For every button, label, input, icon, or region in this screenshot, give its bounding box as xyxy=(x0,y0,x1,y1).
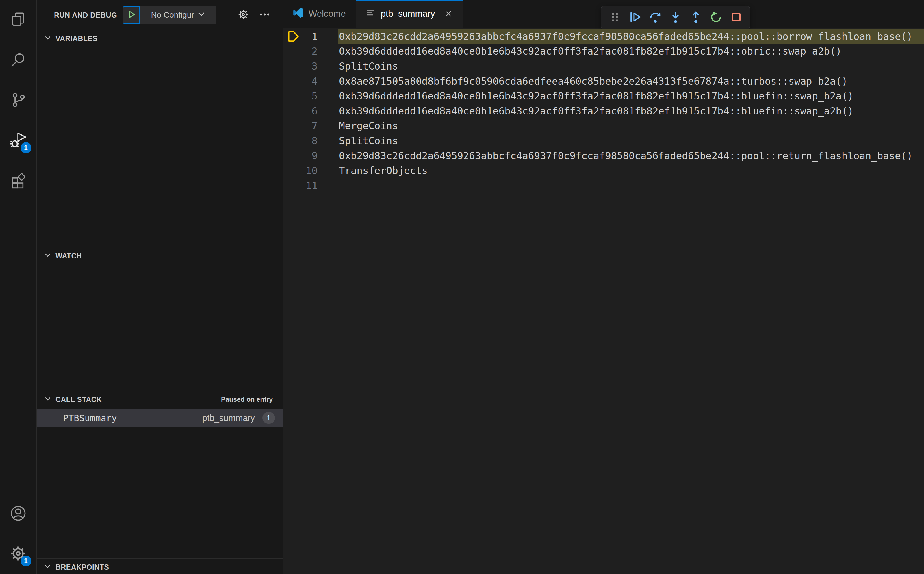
code-line[interactable]: 3SplitCoins xyxy=(283,59,924,74)
activity-item-accounts[interactable] xyxy=(0,494,37,534)
call-stack-pane-title: CALL STACK xyxy=(55,395,102,404)
code-text: 0x8ae871505a80d8bf6bf9c05906cda6edfeea46… xyxy=(339,76,847,87)
call-stack-pane-header[interactable]: CALL STACK Paused on entry xyxy=(37,391,283,408)
file-lines-icon xyxy=(366,8,376,20)
debug-configuration-dropdown[interactable]: No Configur xyxy=(140,6,216,24)
gutter-spacer xyxy=(286,89,300,103)
line-content[interactable]: 0x8ae871505a80d8bf6bf9c05906cda6edfeea46… xyxy=(338,74,924,89)
line-gutter[interactable]: 3 xyxy=(283,59,338,74)
line-number: 7 xyxy=(312,120,338,131)
continue-icon xyxy=(628,10,642,25)
run-and-debug-sidebar: RUN AND DEBUG No Configur xyxy=(37,0,283,574)
line-content[interactable]: MergeCoins xyxy=(338,118,924,134)
views-more-actions-button[interactable] xyxy=(258,9,271,21)
variables-pane-header[interactable]: VARIABLES xyxy=(37,30,283,47)
code-line[interactable]: 50xb39d6dddedd16ed8a40ce0b1e6b43c92acf0f… xyxy=(283,88,924,104)
line-content[interactable]: 0xb39d6dddedd16ed8a40ce0b1e6b43c92acf0ff… xyxy=(338,88,924,104)
step-over-icon xyxy=(649,10,662,25)
code-line[interactable]: 10TransferObjects xyxy=(283,163,924,178)
call-stack-frames: PTBSummaryptb_summary1 xyxy=(37,409,283,427)
line-gutter[interactable]: 8 xyxy=(283,133,338,148)
call-stack-status: Paused on entry xyxy=(221,396,273,404)
code-text: 0xb39d6dddedd16ed8a40ce0b1e6b43c92acf0ff… xyxy=(339,46,842,57)
line-gutter[interactable]: 1 xyxy=(283,29,338,44)
source-control-icon xyxy=(10,91,27,110)
code-line[interactable]: 90xb29d83c26cdd2a64959263abbcfc4a6937f0c… xyxy=(283,148,924,163)
variables-pane: VARIABLES xyxy=(37,30,283,247)
tab-welcome[interactable]: Welcome xyxy=(283,0,356,28)
line-content[interactable]: 0xb29d83c26cdd2a64959263abbcfc4a6937f0c9… xyxy=(338,148,924,163)
tab-label: Welcome xyxy=(309,9,346,19)
start-debugging-button[interactable] xyxy=(123,6,140,24)
activity-item-settings[interactable]: 1 xyxy=(0,534,37,574)
chevron-down-icon xyxy=(44,395,52,404)
line-gutter[interactable]: 4 xyxy=(283,74,338,89)
vscode-window: 1 xyxy=(0,0,924,574)
debug-continue-button[interactable] xyxy=(626,9,644,27)
frame-line-badge: 1 xyxy=(262,412,275,424)
line-content[interactable]: SplitCoins xyxy=(338,133,924,148)
tab-ptb-summary[interactable]: ptb_summary xyxy=(356,0,463,28)
line-content[interactable]: TransferObjects xyxy=(338,163,924,178)
code-text: 0xb39d6dddedd16ed8a40ce0b1e6b43c92acf0ff… xyxy=(339,105,853,117)
debug-toolbar-drag-handle[interactable] xyxy=(606,9,624,27)
code-line[interactable]: 8SplitCoins xyxy=(283,133,924,148)
gutter-spacer xyxy=(286,164,300,177)
line-content[interactable] xyxy=(338,178,924,193)
breakpoints-pane-title: BREAKPOINTS xyxy=(55,563,109,571)
variables-pane-title: VARIABLES xyxy=(55,35,98,43)
step-into-icon xyxy=(669,10,682,25)
line-content[interactable]: 0xb39d6dddedd16ed8a40ce0b1e6b43c92acf0ff… xyxy=(338,44,924,59)
sidebar-header: RUN AND DEBUG No Configur xyxy=(37,0,283,30)
debug-step-out-button[interactable] xyxy=(687,9,705,27)
watch-pane-header[interactable]: WATCH xyxy=(37,248,283,264)
activity-item-extensions[interactable] xyxy=(0,161,37,201)
code-line[interactable]: 7MergeCoins xyxy=(283,118,924,134)
editor-group: Welcome ptb_summary xyxy=(283,0,924,574)
stop-icon xyxy=(730,10,743,25)
line-number: 8 xyxy=(312,135,338,147)
line-gutter[interactable]: 2 xyxy=(283,44,338,59)
watch-pane-title: WATCH xyxy=(55,252,82,260)
code-line[interactable]: 60xb39d6dddedd16ed8a40ce0b1e6b43c92acf0f… xyxy=(283,104,924,118)
settings-badge: 1 xyxy=(20,555,31,566)
line-gutter[interactable]: 10 xyxy=(283,163,338,178)
line-gutter[interactable]: 6 xyxy=(283,104,338,118)
activity-item-run-and-debug[interactable]: 1 xyxy=(0,120,37,161)
vscode-logo-icon xyxy=(293,8,303,20)
run-config-control: No Configur xyxy=(123,6,216,24)
line-gutter[interactable]: 11 xyxy=(283,178,338,193)
line-number: 2 xyxy=(312,46,338,57)
activity-item-source-control[interactable] xyxy=(0,80,37,120)
line-number: 3 xyxy=(312,60,338,72)
activity-item-explorer[interactable] xyxy=(0,0,37,40)
activity-item-search[interactable] xyxy=(0,40,37,80)
line-gutter[interactable]: 9 xyxy=(283,148,338,163)
line-number: 4 xyxy=(312,76,338,87)
debug-restart-button[interactable] xyxy=(707,9,725,27)
line-content[interactable]: 0xb39d6dddedd16ed8a40ce0b1e6b43c92acf0ff… xyxy=(338,104,924,118)
code-line[interactable]: 20xb39d6dddedd16ed8a40ce0b1e6b43c92acf0f… xyxy=(283,44,924,59)
breakpoints-pane-header[interactable]: BREAKPOINTS xyxy=(37,559,283,574)
code-line[interactable]: 11 xyxy=(283,178,924,193)
code-line[interactable]: 10xb29d83c26cdd2a64959263abbcfc4a6937f0c… xyxy=(283,29,924,44)
gutter-spacer xyxy=(286,179,300,192)
breakpoints-pane: BREAKPOINTS xyxy=(37,558,283,574)
debug-settings-gear-button[interactable] xyxy=(237,9,250,21)
debug-stop-button[interactable] xyxy=(727,9,745,27)
debug-step-over-button[interactable] xyxy=(646,9,664,27)
code-editor[interactable]: 10xb29d83c26cdd2a64959263abbcfc4a6937f0c… xyxy=(283,28,924,574)
gutter-spacer xyxy=(286,149,300,163)
close-icon[interactable] xyxy=(444,9,453,18)
line-content[interactable]: SplitCoins xyxy=(338,59,924,74)
files-icon xyxy=(10,11,27,29)
code-line[interactable]: 40x8ae871505a80d8bf6bf9c05906cda6edfeea4… xyxy=(283,74,924,89)
call-stack-frame[interactable]: PTBSummaryptb_summary1 xyxy=(37,409,283,427)
debug-step-into-button[interactable] xyxy=(667,9,685,27)
line-number: 6 xyxy=(312,105,338,117)
line-gutter[interactable]: 5 xyxy=(283,88,338,104)
line-content[interactable]: 0xb29d83c26cdd2a64959263abbcfc4a6937f0c9… xyxy=(338,29,924,44)
restart-icon xyxy=(709,10,723,25)
search-icon xyxy=(10,52,27,69)
line-gutter[interactable]: 7 xyxy=(283,118,338,134)
